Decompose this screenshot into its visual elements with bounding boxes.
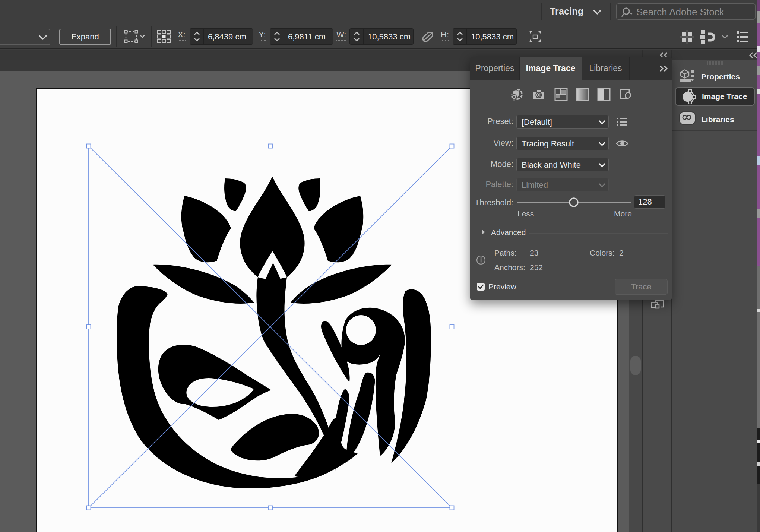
fit-artboard-icon[interactable] xyxy=(528,29,543,44)
chevron-down-icon xyxy=(38,34,48,41)
panel-body: Preset: [Default] View: Tracing Result M… xyxy=(470,80,672,300)
panel-divider xyxy=(475,244,667,244)
threshold-label: Threshold: xyxy=(439,198,513,208)
w-field-label[interactable]: W: xyxy=(336,30,346,41)
stepper-arrows-icon xyxy=(270,29,284,44)
stepper-arrows-icon xyxy=(350,29,364,44)
topbar-separator xyxy=(541,3,542,20)
preset-grayscale-icon[interactable] xyxy=(576,88,589,101)
y-stepper[interactable] xyxy=(270,29,284,44)
panel-dock: Properties Image Trace Libraries xyxy=(672,50,757,532)
search-input[interactable]: Search Adobe Stock xyxy=(616,3,756,20)
properties-panel-icon xyxy=(680,69,694,83)
x-field-label[interactable]: X: xyxy=(178,30,186,41)
workspace-switcher[interactable]: Tracing xyxy=(550,6,583,17)
image-trace-panel: Properties Image Trace Libraries xyxy=(470,57,672,300)
vertical-scrollbar-thumb[interactable] xyxy=(630,356,641,375)
preset-black-white-icon[interactable] xyxy=(597,88,611,101)
dock-drag-handle[interactable] xyxy=(707,61,724,65)
panel-tab-bar: Properties Image Trace Libraries xyxy=(470,57,672,80)
advanced-label[interactable]: Advanced xyxy=(491,228,526,237)
threshold-input[interactable]: 128 xyxy=(634,195,665,209)
panel-divider xyxy=(475,110,667,110)
topbar-separator xyxy=(610,3,611,20)
sliver-block xyxy=(757,89,760,94)
anchors-value: 252 xyxy=(530,263,543,272)
paths-label: Paths: xyxy=(494,248,517,257)
y-value[interactable]: 6,9811 cm xyxy=(288,32,326,42)
advanced-divider xyxy=(529,233,668,234)
tab-properties[interactable]: Properties xyxy=(470,57,520,80)
expand-button[interactable]: Expand xyxy=(59,29,111,45)
sliver-block xyxy=(757,428,760,484)
panel-divider xyxy=(475,278,667,278)
tracing-preset-combo[interactable] xyxy=(0,29,50,45)
align-options-icon[interactable] xyxy=(680,30,694,44)
threshold-slider[interactable] xyxy=(516,197,631,208)
w-value[interactable]: 10,5833 cm xyxy=(368,32,411,42)
h-value[interactable]: 10,5833 cm xyxy=(471,32,514,42)
trace-button[interactable]: Trace xyxy=(615,279,668,295)
tab-image-trace[interactable]: Image Trace xyxy=(520,57,582,80)
y-field[interactable]: 6,9811 cm xyxy=(270,28,333,45)
w-field[interactable]: 10,5833 cm xyxy=(349,28,414,45)
preset-menu-icon[interactable] xyxy=(617,117,628,127)
sliver-block xyxy=(757,440,760,443)
bounding-box-icon[interactable] xyxy=(123,28,145,45)
advanced-disclosure-icon[interactable] xyxy=(481,229,486,235)
preview-checkbox[interactable] xyxy=(477,283,485,291)
snap-options-icon[interactable] xyxy=(700,29,732,45)
preset-select[interactable]: [Default] xyxy=(516,115,609,129)
controlbar-separator xyxy=(116,26,117,47)
dock-item-properties[interactable]: Properties xyxy=(672,67,757,87)
list-options-icon[interactable] xyxy=(736,31,748,43)
libraries-panel-icon xyxy=(679,111,696,125)
preset-low-color-icon[interactable] xyxy=(554,88,568,101)
preset-outline-icon[interactable] xyxy=(619,88,632,101)
view-value: Tracing Result xyxy=(522,139,574,149)
dock-item-label: Image Trace xyxy=(702,92,747,101)
dock-item-label: Libraries xyxy=(701,115,734,124)
preset-high-color-icon[interactable] xyxy=(533,89,545,100)
view-label: View: xyxy=(439,138,513,148)
preset-auto-color-icon[interactable] xyxy=(511,88,523,101)
dock-divider xyxy=(672,130,757,131)
reference-point-icon[interactable] xyxy=(156,29,171,44)
palette-value: Limited xyxy=(522,180,548,190)
dock-item-label: Properties xyxy=(701,72,740,81)
panel-menu-expand-icon[interactable] xyxy=(658,65,669,72)
h-stepper[interactable] xyxy=(453,29,467,44)
preset-label: Preset: xyxy=(439,117,513,126)
y-field-label[interactable]: Y: xyxy=(259,30,266,41)
threshold-less-label: Less xyxy=(517,209,534,218)
x-stepper[interactable] xyxy=(190,29,204,44)
dock-item-image-trace[interactable]: Image Trace xyxy=(675,87,755,106)
link-dimensions-icon[interactable] xyxy=(419,30,436,44)
artboards-panel-icon[interactable] xyxy=(651,300,664,311)
chevron-down-icon xyxy=(598,162,606,168)
threshold-slider-handle[interactable] xyxy=(570,198,578,206)
search-icon xyxy=(621,7,635,18)
w-stepper[interactable] xyxy=(350,29,364,44)
tab-libraries[interactable]: Libraries xyxy=(582,57,630,80)
mode-select[interactable]: Black and White xyxy=(516,158,609,171)
x-field[interactable]: 6,8439 cm xyxy=(190,28,253,45)
stepper-arrows-icon xyxy=(453,29,467,44)
x-value[interactable]: 6,8439 cm xyxy=(208,32,246,42)
chevron-down-icon xyxy=(592,8,602,16)
palette-select: Limited xyxy=(516,178,609,191)
dock-item-libraries[interactable]: Libraries xyxy=(672,110,757,130)
right-dock-header xyxy=(672,50,757,60)
view-select[interactable]: Tracing Result xyxy=(516,137,609,150)
sliver-block xyxy=(757,484,760,532)
checkmark-icon xyxy=(477,283,485,291)
h-field-label[interactable]: H: xyxy=(441,30,449,41)
eye-icon[interactable] xyxy=(615,139,629,148)
controlbar-separator xyxy=(151,26,152,47)
image-trace-panel-icon xyxy=(681,89,696,104)
traced-artwork[interactable] xyxy=(86,142,455,511)
sliver-block xyxy=(757,309,760,312)
dock-divider xyxy=(643,316,670,316)
paths-value: 23 xyxy=(530,248,538,257)
h-field[interactable]: 10,5833 cm xyxy=(453,28,517,45)
